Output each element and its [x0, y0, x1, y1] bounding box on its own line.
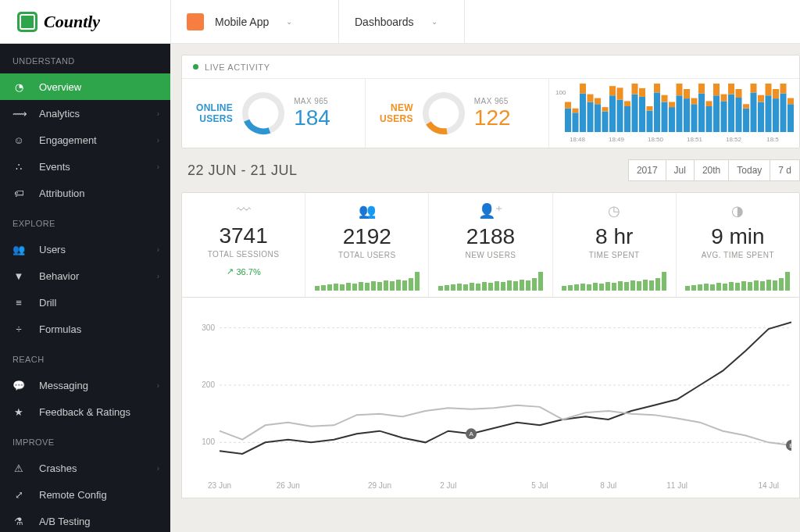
- range-button[interactable]: 20th: [694, 159, 729, 181]
- svg-rect-40: [691, 98, 698, 105]
- svg-rect-64: [780, 84, 787, 94]
- chevron-down-icon: ⌄: [286, 17, 292, 26]
- svg-rect-14: [595, 98, 601, 105]
- svg-rect-26: [639, 88, 645, 97]
- svg-text:100: 100: [555, 89, 566, 96]
- metric-card-newusers[interactable]: 👤⁺ 2188 NEW USERS: [429, 193, 552, 297]
- svg-text:18:5: 18:5: [766, 136, 779, 143]
- sidebar-icon: ÷: [12, 323, 25, 335]
- svg-text:2 Jul: 2 Jul: [440, 481, 456, 490]
- svg-rect-54: [743, 104, 749, 109]
- dashboards-menu[interactable]: Dashboards ⌄: [339, 0, 465, 44]
- sidebar-section-header: IMPROVE: [0, 425, 170, 455]
- metric-sparkline: [684, 267, 791, 291]
- metric-card-sessions[interactable]: 〰 3741 TOTAL SESSIONS ↗36.7%: [182, 193, 305, 297]
- sidebar-item-users[interactable]: 👥 Users ›: [0, 236, 170, 262]
- sidebar-item-label: Remote Config: [39, 489, 107, 501]
- chevron-right-icon: ›: [157, 245, 159, 254]
- metric-card-users[interactable]: 👥 2192 TOTAL USERS: [305, 193, 429, 297]
- svg-rect-52: [736, 89, 742, 98]
- metric-sparkline: [437, 267, 544, 291]
- svg-rect-5: [565, 109, 571, 132]
- sidebar-item-label: Attribution: [39, 187, 85, 199]
- svg-rect-56: [751, 84, 757, 92]
- sidebar-item-attribution[interactable]: 🏷 Attribution: [0, 180, 170, 206]
- metric-label: TIME SPENT: [561, 251, 668, 259]
- sidebar-item-crashes[interactable]: ⚠ Crashes ›: [0, 455, 170, 481]
- sidebar-item-events[interactable]: ∴ Events ›: [0, 153, 170, 180]
- svg-rect-66: [788, 98, 794, 105]
- online-users-label: ONLINEUSERS: [196, 102, 233, 125]
- svg-rect-28: [647, 106, 653, 111]
- svg-rect-48: [721, 95, 727, 102]
- new-users-value: 122: [474, 105, 511, 130]
- sidebar-item-label: Engagement: [39, 134, 97, 146]
- svg-rect-57: [758, 102, 764, 133]
- sidebar-item-behavior[interactable]: ▼ Behavior ›: [0, 262, 170, 289]
- svg-text:18:50: 18:50: [648, 136, 664, 143]
- svg-rect-7: [573, 112, 579, 132]
- svg-rect-24: [632, 84, 638, 95]
- svg-rect-44: [706, 101, 712, 106]
- metric-label: NEW USERS: [437, 251, 544, 259]
- svg-rect-8: [573, 109, 579, 113]
- svg-rect-41: [698, 94, 705, 133]
- sidebar-icon: 🏷: [12, 187, 25, 199]
- svg-rect-9: [580, 94, 586, 133]
- svg-rect-34: [669, 102, 675, 108]
- sidebar-item-formulas[interactable]: ÷ Formulas: [0, 316, 170, 342]
- sidebar-item-label: Behavior: [39, 270, 79, 282]
- logo[interactable]: Countly: [0, 12, 170, 32]
- svg-text:11 Jul: 11 Jul: [666, 481, 688, 490]
- svg-rect-65: [788, 104, 794, 132]
- metric-label: TOTAL USERS: [313, 251, 420, 259]
- sidebar-icon: ≡: [12, 297, 25, 309]
- svg-rect-59: [766, 95, 772, 132]
- metric-card-avgtime[interactable]: ◑ 9 min AVG. TIME SPENT: [677, 193, 799, 297]
- svg-rect-50: [728, 84, 734, 95]
- svg-rect-6: [565, 102, 571, 109]
- sidebar-item-label: Crashes: [39, 462, 77, 474]
- svg-text:18:48: 18:48: [570, 136, 586, 143]
- svg-rect-61: [773, 98, 779, 132]
- sidebar-item-label: Analytics: [39, 108, 80, 120]
- svg-rect-13: [595, 104, 601, 132]
- new-users-donut-icon: [421, 91, 466, 136]
- svg-rect-53: [743, 109, 749, 132]
- sidebar-item-engagement[interactable]: ☺ Engagement ›: [0, 127, 170, 153]
- svg-text:A: A: [469, 430, 473, 437]
- logo-icon: [17, 12, 38, 32]
- range-button[interactable]: 7 d: [770, 159, 800, 181]
- svg-rect-33: [669, 107, 675, 132]
- sidebar-item-analytics[interactable]: ⟿ Analytics ›: [0, 100, 170, 127]
- svg-text:200: 200: [202, 380, 215, 389]
- sidebar-item-messaging[interactable]: 💬 Messaging ›: [0, 372, 170, 398]
- live-activity-panel: LIVE ACTIVITY ONLINEUSERS MAX 965 184: [181, 55, 800, 148]
- range-button[interactable]: Jul: [666, 159, 695, 181]
- metric-card-timespent[interactable]: ◷ 8 hr TIME SPENT: [553, 193, 677, 297]
- metric-value: 9 min: [684, 224, 791, 249]
- online-users-value: 184: [294, 105, 330, 130]
- trend-up-icon: ↗: [227, 266, 234, 277]
- app-selector-label: Mobile App: [215, 16, 269, 28]
- sidebar-item-a-b-testing[interactable]: ⚗ A/B Testing: [0, 508, 170, 532]
- svg-text:B: B: [789, 442, 791, 449]
- sidebar-icon: ☺: [12, 134, 25, 146]
- svg-rect-12: [588, 95, 594, 102]
- live-activity-chart: 10018:4818:4918:5018:5118:5218:5: [549, 79, 799, 148]
- sidebar-icon: ∴: [12, 161, 25, 173]
- sidebar-item-drill[interactable]: ≡ Drill: [0, 289, 170, 316]
- svg-rect-49: [728, 95, 734, 132]
- range-button[interactable]: Today: [728, 159, 770, 181]
- sidebar-item-feedback-ratings[interactable]: ★ Feedback & Ratings: [0, 398, 170, 425]
- svg-rect-21: [624, 106, 630, 132]
- sidebar-item-remote-config[interactable]: ⤢ Remote Config: [0, 481, 170, 508]
- svg-rect-36: [677, 84, 683, 95]
- svg-rect-22: [624, 101, 630, 106]
- live-activity-header: LIVE ACTIVITY: [182, 55, 799, 79]
- svg-rect-35: [677, 95, 683, 132]
- svg-rect-55: [751, 92, 757, 132]
- range-button[interactable]: 2017: [628, 159, 666, 181]
- sidebar-item-overview[interactable]: ◔ Overview: [0, 73, 170, 100]
- app-selector[interactable]: Mobile App ⌄: [170, 0, 339, 44]
